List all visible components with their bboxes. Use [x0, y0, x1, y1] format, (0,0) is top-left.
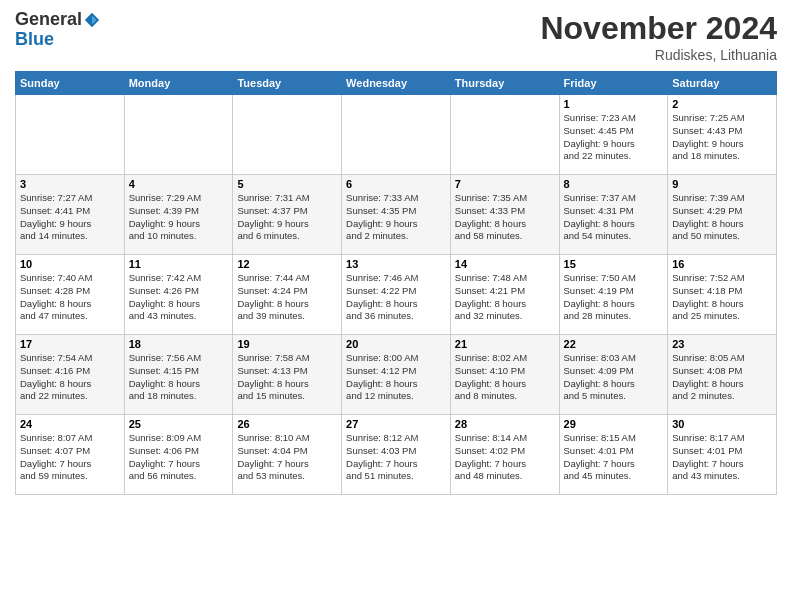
- day-info: Sunrise: 8:12 AM Sunset: 4:03 PM Dayligh…: [346, 432, 446, 483]
- calendar-header-row: SundayMondayTuesdayWednesdayThursdayFrid…: [16, 72, 777, 95]
- calendar-cell: 26Sunrise: 8:10 AM Sunset: 4:04 PM Dayli…: [233, 415, 342, 495]
- day-info: Sunrise: 8:09 AM Sunset: 4:06 PM Dayligh…: [129, 432, 229, 483]
- day-number: 23: [672, 338, 772, 350]
- month-title: November 2024: [540, 10, 777, 47]
- day-number: 10: [20, 258, 120, 270]
- day-number: 1: [564, 98, 664, 110]
- calendar-cell: 15Sunrise: 7:50 AM Sunset: 4:19 PM Dayli…: [559, 255, 668, 335]
- calendar-week-5: 24Sunrise: 8:07 AM Sunset: 4:07 PM Dayli…: [16, 415, 777, 495]
- calendar-cell: 3Sunrise: 7:27 AM Sunset: 4:41 PM Daylig…: [16, 175, 125, 255]
- calendar-header-thursday: Thursday: [450, 72, 559, 95]
- calendar-cell: 1Sunrise: 7:23 AM Sunset: 4:45 PM Daylig…: [559, 95, 668, 175]
- calendar-cell: 28Sunrise: 8:14 AM Sunset: 4:02 PM Dayli…: [450, 415, 559, 495]
- calendar-cell: 12Sunrise: 7:44 AM Sunset: 4:24 PM Dayli…: [233, 255, 342, 335]
- calendar-cell: 13Sunrise: 7:46 AM Sunset: 4:22 PM Dayli…: [342, 255, 451, 335]
- day-info: Sunrise: 7:42 AM Sunset: 4:26 PM Dayligh…: [129, 272, 229, 323]
- calendar-header-sunday: Sunday: [16, 72, 125, 95]
- logo: General Blue: [15, 10, 102, 50]
- day-number: 6: [346, 178, 446, 190]
- calendar-week-4: 17Sunrise: 7:54 AM Sunset: 4:16 PM Dayli…: [16, 335, 777, 415]
- day-number: 22: [564, 338, 664, 350]
- day-info: Sunrise: 7:39 AM Sunset: 4:29 PM Dayligh…: [672, 192, 772, 243]
- day-number: 21: [455, 338, 555, 350]
- calendar-week-1: 1Sunrise: 7:23 AM Sunset: 4:45 PM Daylig…: [16, 95, 777, 175]
- day-info: Sunrise: 7:37 AM Sunset: 4:31 PM Dayligh…: [564, 192, 664, 243]
- calendar-cell: 8Sunrise: 7:37 AM Sunset: 4:31 PM Daylig…: [559, 175, 668, 255]
- calendar-cell: [450, 95, 559, 175]
- logo-blue-text: Blue: [15, 30, 102, 50]
- day-number: 30: [672, 418, 772, 430]
- day-info: Sunrise: 8:05 AM Sunset: 4:08 PM Dayligh…: [672, 352, 772, 403]
- calendar-header-tuesday: Tuesday: [233, 72, 342, 95]
- calendar-cell: 2Sunrise: 7:25 AM Sunset: 4:43 PM Daylig…: [668, 95, 777, 175]
- calendar: SundayMondayTuesdayWednesdayThursdayFrid…: [15, 71, 777, 495]
- calendar-cell: 17Sunrise: 7:54 AM Sunset: 4:16 PM Dayli…: [16, 335, 125, 415]
- header: General Blue November 2024 Rudiskes, Lit…: [15, 10, 777, 63]
- day-number: 17: [20, 338, 120, 350]
- calendar-header-monday: Monday: [124, 72, 233, 95]
- day-info: Sunrise: 7:23 AM Sunset: 4:45 PM Dayligh…: [564, 112, 664, 163]
- calendar-cell: 19Sunrise: 7:58 AM Sunset: 4:13 PM Dayli…: [233, 335, 342, 415]
- day-info: Sunrise: 7:54 AM Sunset: 4:16 PM Dayligh…: [20, 352, 120, 403]
- day-info: Sunrise: 8:17 AM Sunset: 4:01 PM Dayligh…: [672, 432, 772, 483]
- calendar-cell: 29Sunrise: 8:15 AM Sunset: 4:01 PM Dayli…: [559, 415, 668, 495]
- day-number: 4: [129, 178, 229, 190]
- day-info: Sunrise: 8:03 AM Sunset: 4:09 PM Dayligh…: [564, 352, 664, 403]
- day-info: Sunrise: 7:40 AM Sunset: 4:28 PM Dayligh…: [20, 272, 120, 323]
- calendar-header-wednesday: Wednesday: [342, 72, 451, 95]
- day-number: 11: [129, 258, 229, 270]
- day-info: Sunrise: 7:52 AM Sunset: 4:18 PM Dayligh…: [672, 272, 772, 323]
- day-info: Sunrise: 8:02 AM Sunset: 4:10 PM Dayligh…: [455, 352, 555, 403]
- calendar-cell: 20Sunrise: 8:00 AM Sunset: 4:12 PM Dayli…: [342, 335, 451, 415]
- day-number: 16: [672, 258, 772, 270]
- day-info: Sunrise: 7:31 AM Sunset: 4:37 PM Dayligh…: [237, 192, 337, 243]
- day-number: 24: [20, 418, 120, 430]
- calendar-cell: 4Sunrise: 7:29 AM Sunset: 4:39 PM Daylig…: [124, 175, 233, 255]
- calendar-week-3: 10Sunrise: 7:40 AM Sunset: 4:28 PM Dayli…: [16, 255, 777, 335]
- calendar-cell: 23Sunrise: 8:05 AM Sunset: 4:08 PM Dayli…: [668, 335, 777, 415]
- calendar-cell: 16Sunrise: 7:52 AM Sunset: 4:18 PM Dayli…: [668, 255, 777, 335]
- day-number: 28: [455, 418, 555, 430]
- calendar-cell: 6Sunrise: 7:33 AM Sunset: 4:35 PM Daylig…: [342, 175, 451, 255]
- day-number: 18: [129, 338, 229, 350]
- calendar-cell: 27Sunrise: 8:12 AM Sunset: 4:03 PM Dayli…: [342, 415, 451, 495]
- calendar-header-saturday: Saturday: [668, 72, 777, 95]
- day-number: 27: [346, 418, 446, 430]
- day-info: Sunrise: 7:58 AM Sunset: 4:13 PM Dayligh…: [237, 352, 337, 403]
- day-number: 8: [564, 178, 664, 190]
- calendar-cell: 14Sunrise: 7:48 AM Sunset: 4:21 PM Dayli…: [450, 255, 559, 335]
- day-info: Sunrise: 7:25 AM Sunset: 4:43 PM Dayligh…: [672, 112, 772, 163]
- day-number: 9: [672, 178, 772, 190]
- day-number: 26: [237, 418, 337, 430]
- day-number: 7: [455, 178, 555, 190]
- calendar-cell: [342, 95, 451, 175]
- day-info: Sunrise: 8:00 AM Sunset: 4:12 PM Dayligh…: [346, 352, 446, 403]
- calendar-cell: 24Sunrise: 8:07 AM Sunset: 4:07 PM Dayli…: [16, 415, 125, 495]
- logo-icon: [83, 11, 101, 29]
- day-info: Sunrise: 7:44 AM Sunset: 4:24 PM Dayligh…: [237, 272, 337, 323]
- calendar-cell: 10Sunrise: 7:40 AM Sunset: 4:28 PM Dayli…: [16, 255, 125, 335]
- day-number: 2: [672, 98, 772, 110]
- calendar-cell: 18Sunrise: 7:56 AM Sunset: 4:15 PM Dayli…: [124, 335, 233, 415]
- calendar-cell: 7Sunrise: 7:35 AM Sunset: 4:33 PM Daylig…: [450, 175, 559, 255]
- day-number: 20: [346, 338, 446, 350]
- calendar-cell: 22Sunrise: 8:03 AM Sunset: 4:09 PM Dayli…: [559, 335, 668, 415]
- day-info: Sunrise: 7:35 AM Sunset: 4:33 PM Dayligh…: [455, 192, 555, 243]
- day-number: 14: [455, 258, 555, 270]
- day-info: Sunrise: 7:46 AM Sunset: 4:22 PM Dayligh…: [346, 272, 446, 323]
- calendar-cell: 5Sunrise: 7:31 AM Sunset: 4:37 PM Daylig…: [233, 175, 342, 255]
- day-number: 3: [20, 178, 120, 190]
- day-info: Sunrise: 8:10 AM Sunset: 4:04 PM Dayligh…: [237, 432, 337, 483]
- day-info: Sunrise: 8:15 AM Sunset: 4:01 PM Dayligh…: [564, 432, 664, 483]
- calendar-cell: 21Sunrise: 8:02 AM Sunset: 4:10 PM Dayli…: [450, 335, 559, 415]
- day-number: 15: [564, 258, 664, 270]
- calendar-cell: 9Sunrise: 7:39 AM Sunset: 4:29 PM Daylig…: [668, 175, 777, 255]
- calendar-cell: [16, 95, 125, 175]
- calendar-cell: 25Sunrise: 8:09 AM Sunset: 4:06 PM Dayli…: [124, 415, 233, 495]
- logo-text: General: [15, 10, 102, 30]
- location: Rudiskes, Lithuania: [540, 47, 777, 63]
- calendar-week-2: 3Sunrise: 7:27 AM Sunset: 4:41 PM Daylig…: [16, 175, 777, 255]
- day-info: Sunrise: 8:14 AM Sunset: 4:02 PM Dayligh…: [455, 432, 555, 483]
- day-info: Sunrise: 7:48 AM Sunset: 4:21 PM Dayligh…: [455, 272, 555, 323]
- page: General Blue November 2024 Rudiskes, Lit…: [0, 0, 792, 505]
